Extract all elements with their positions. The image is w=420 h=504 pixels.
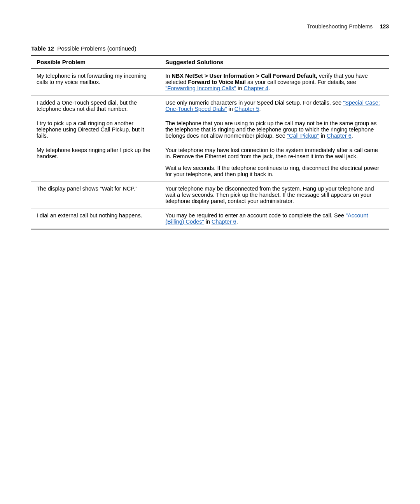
account-billing-link[interactable]: "Account (Billing) Codes" [165, 212, 368, 225]
table-caption-normal: Possible Problems (continued) [54, 45, 136, 52]
speed-dials-link[interactable]: "Special Case: One-Touch Speed Dials" [165, 100, 380, 112]
problem-cell: I try to pick up a call ringing on anoth… [31, 116, 160, 143]
problem-cell-empty [31, 163, 160, 182]
problem-cell: The display panel shows "Wait for NCP." [31, 182, 160, 208]
problem-cell: I added a One-Touch speed dial, but the … [31, 96, 160, 116]
problem-cell: My telephone is not forwarding my incomi… [31, 69, 160, 96]
table-header-row: Possible Problem Suggested Solutions [31, 55, 389, 69]
table-row: I added a One-Touch speed dial, but the … [31, 96, 389, 116]
chapter5-link[interactable]: Chapter 5 [234, 106, 259, 112]
problem-cell: I dial an external call but nothing happ… [31, 208, 160, 229]
table-row: I dial an external call but nothing happ… [31, 208, 389, 229]
page-number: 123 [380, 23, 389, 30]
table-caption: Table 12 Possible Problems (continued) [31, 45, 389, 52]
page-container: Troubleshooting Problems 123 Table 12 Po… [0, 0, 420, 504]
solution-cell: Use only numeric characters in your Spee… [160, 96, 389, 116]
call-pickup-link[interactable]: "Call Pickup" [287, 133, 319, 139]
col-header-solution: Suggested Solutions [160, 55, 389, 69]
solution-cell: Your telephone may have lost connection … [160, 143, 389, 164]
solution-cell: Wait a few seconds. If the telephone con… [160, 163, 389, 182]
table-row: The display panel shows "Wait for NCP." … [31, 182, 389, 208]
table-caption-bold: Table 12 [31, 45, 54, 52]
solution-cell: The telephone that you are using to pick… [160, 116, 389, 143]
solution-cell: Your telephone may be disconnected from … [160, 182, 389, 208]
chapter4-link[interactable]: Chapter 4 [243, 85, 268, 91]
solution-cell: You may be required to enter an account … [160, 208, 389, 229]
col-header-problem: Possible Problem [31, 55, 160, 69]
problems-table: Possible Problem Suggested Solutions My … [31, 55, 389, 229]
solution-cell: In NBX NetSet > User Information > Call … [160, 69, 389, 96]
chapter6-link-2[interactable]: Chapter 6 [212, 219, 236, 225]
problem-cell: My telephone keeps ringing after I pick … [31, 143, 160, 164]
table-row: My telephone keeps ringing after I pick … [31, 143, 389, 164]
table-row: My telephone is not forwarding my incomi… [31, 69, 389, 96]
table-row: I try to pick up a call ringing on anoth… [31, 116, 389, 143]
chapter6-link-1[interactable]: Chapter 6 [327, 133, 352, 139]
table-row: Wait a few seconds. If the telephone con… [31, 163, 389, 182]
section-title: Troubleshooting Problems [307, 23, 373, 30]
page-header: Troubleshooting Problems 123 [31, 23, 389, 30]
forwarding-calls-link[interactable]: "Forwarding Incoming Calls" [165, 85, 236, 91]
